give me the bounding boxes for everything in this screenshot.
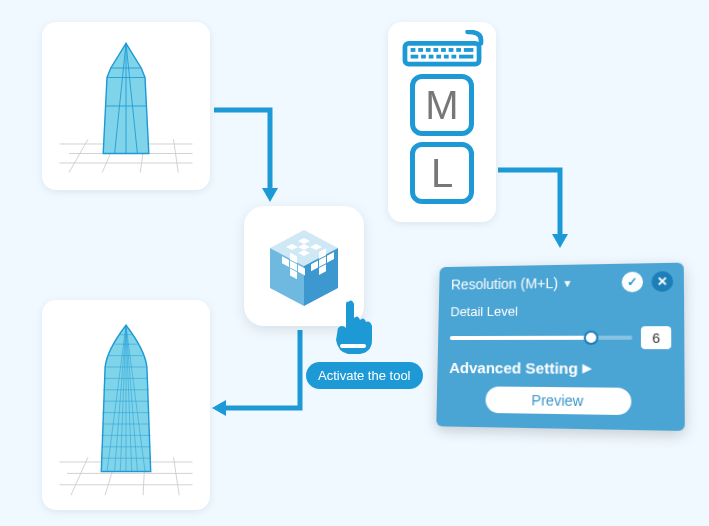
svg-line-19 xyxy=(71,457,88,495)
close-icon: ✕ xyxy=(657,274,668,289)
svg-rect-69 xyxy=(464,48,474,52)
preview-label: Preview xyxy=(531,392,583,409)
advanced-setting-toggle[interactable]: Advanced Setting ▶ xyxy=(447,353,674,388)
confirm-button[interactable]: ✓ xyxy=(622,272,643,293)
detail-level-label: Detail Level xyxy=(450,304,518,320)
svg-rect-65 xyxy=(433,48,438,52)
svg-rect-76 xyxy=(459,55,473,59)
advanced-setting-label: Advanced Setting xyxy=(449,359,578,377)
svg-rect-64 xyxy=(426,48,431,52)
panel-title: Resolution (M+L) xyxy=(451,275,558,292)
svg-marker-2 xyxy=(212,400,226,416)
keycap-l[interactable]: L xyxy=(410,142,474,204)
svg-rect-60 xyxy=(340,344,366,348)
detail-level-value[interactable]: 6 xyxy=(641,326,671,349)
panel-header[interactable]: Resolution (M+L) ▼ ✓ ✕ xyxy=(449,269,673,300)
svg-rect-71 xyxy=(421,55,426,59)
keycap-m[interactable]: M xyxy=(410,74,474,136)
hand-cursor-icon xyxy=(326,296,386,360)
svg-marker-0 xyxy=(262,188,278,202)
svg-rect-70 xyxy=(411,55,419,59)
svg-line-22 xyxy=(174,457,180,495)
tooltip-label: Activate the tool xyxy=(318,368,411,383)
keyboard-shortcut-card: M L xyxy=(388,22,496,222)
svg-rect-67 xyxy=(449,48,454,52)
keyboard-icon xyxy=(397,30,487,68)
svg-rect-73 xyxy=(436,55,441,59)
svg-rect-66 xyxy=(441,48,446,52)
svg-rect-61 xyxy=(405,43,479,64)
lowpoly-model-card xyxy=(42,22,210,190)
svg-rect-63 xyxy=(418,48,423,52)
detail-level-slider[interactable] xyxy=(450,336,632,340)
highpoly-model-illustration xyxy=(50,308,202,502)
svg-rect-74 xyxy=(444,55,449,59)
dropdown-icon: ▼ xyxy=(562,277,572,288)
svg-rect-72 xyxy=(429,55,434,59)
svg-rect-68 xyxy=(456,48,461,52)
keycap-label: L xyxy=(431,151,453,196)
preview-button[interactable]: Preview xyxy=(485,386,631,415)
resolution-panel: Resolution (M+L) ▼ ✓ ✕ Detail Level 6 Ad… xyxy=(436,263,685,431)
lowpoly-model-illustration xyxy=(50,30,202,182)
svg-marker-1 xyxy=(552,234,568,248)
keycap-label: M xyxy=(425,83,458,128)
activate-tool-tooltip: Activate the tool xyxy=(306,362,423,389)
highpoly-model-card xyxy=(42,300,210,510)
svg-rect-75 xyxy=(452,55,457,59)
svg-rect-62 xyxy=(411,48,416,52)
close-button[interactable]: ✕ xyxy=(652,271,674,292)
expand-icon: ▶ xyxy=(582,361,590,374)
check-icon: ✓ xyxy=(627,275,638,290)
